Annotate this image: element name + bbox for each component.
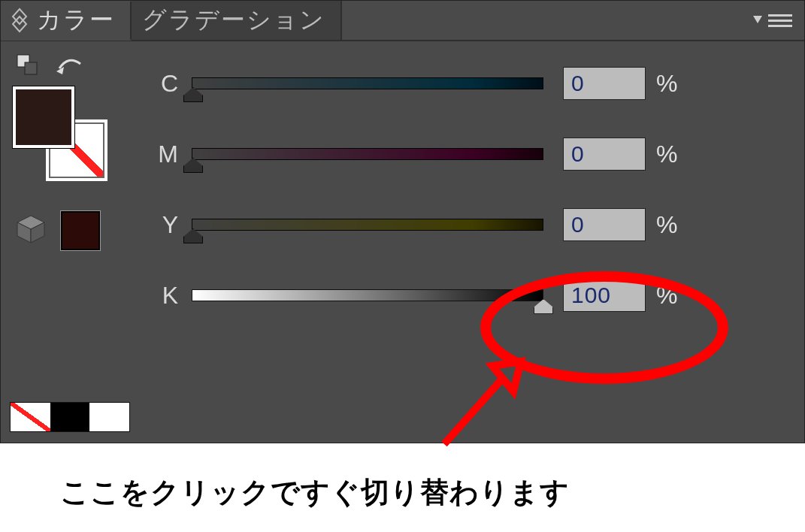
fill-stroke-swatch[interactable] bbox=[13, 86, 110, 184]
slider-m[interactable] bbox=[192, 148, 543, 160]
cmyk-sliders: C 0 % M 0 % Y 0 % K bbox=[144, 61, 774, 343]
label-k: K bbox=[144, 282, 178, 310]
tab-color-label: カラー bbox=[37, 4, 115, 37]
spectrum-shortcut[interactable] bbox=[10, 402, 130, 432]
slider-y[interactable] bbox=[192, 219, 543, 231]
annotation-arrow-icon bbox=[429, 354, 534, 459]
value-m[interactable]: 0 bbox=[563, 138, 646, 171]
svg-marker-13 bbox=[492, 361, 521, 391]
unit-k: % bbox=[656, 282, 677, 310]
value-k[interactable]: 100 bbox=[563, 279, 646, 312]
3d-cube-icon[interactable] bbox=[14, 213, 47, 249]
panel-menu-button[interactable] bbox=[752, 11, 794, 31]
svg-rect-7 bbox=[25, 62, 37, 74]
instruction-caption: ここをクリックですぐ切り替わります bbox=[60, 473, 570, 512]
svg-rect-4 bbox=[768, 20, 792, 22]
value-c[interactable]: 0 bbox=[563, 67, 646, 100]
slider-c[interactable] bbox=[192, 77, 543, 89]
current-color-chip[interactable] bbox=[61, 211, 100, 250]
svg-rect-3 bbox=[768, 14, 792, 17]
spectrum-white[interactable] bbox=[89, 403, 129, 431]
slider-k[interactable] bbox=[192, 289, 543, 301]
slider-row-y: Y 0 % bbox=[144, 202, 774, 247]
panel-tabs: カラー グラデーション bbox=[1, 1, 804, 41]
color-tab-icon bbox=[11, 8, 28, 33]
svg-rect-5 bbox=[768, 25, 792, 27]
svg-marker-2 bbox=[753, 16, 762, 23]
slider-row-k: K 100 % bbox=[144, 273, 774, 318]
slider-row-m: M 0 % bbox=[144, 131, 774, 177]
spectrum-black[interactable] bbox=[50, 403, 90, 431]
swap-fill-stroke-icon[interactable] bbox=[16, 53, 41, 79]
unit-c: % bbox=[656, 70, 677, 98]
unit-m: % bbox=[656, 141, 677, 168]
cycle-arrow-icon[interactable] bbox=[55, 53, 85, 79]
label-c: C bbox=[144, 70, 178, 98]
label-y: Y bbox=[144, 211, 178, 239]
spectrum-none-icon[interactable] bbox=[11, 403, 50, 431]
svg-line-12 bbox=[444, 376, 504, 444]
color-sidebar bbox=[8, 53, 144, 250]
label-m: M bbox=[144, 141, 178, 168]
value-y[interactable]: 0 bbox=[563, 208, 646, 241]
fill-swatch[interactable] bbox=[13, 86, 74, 148]
color-panel: カラー グラデーション bbox=[0, 0, 805, 443]
tab-color[interactable]: カラー bbox=[1, 2, 132, 41]
unit-y: % bbox=[656, 211, 677, 239]
slider-row-c: C 0 % bbox=[144, 61, 774, 106]
tab-gradient[interactable]: グラデーション bbox=[132, 1, 342, 40]
tab-gradient-label: グラデーション bbox=[142, 4, 325, 37]
